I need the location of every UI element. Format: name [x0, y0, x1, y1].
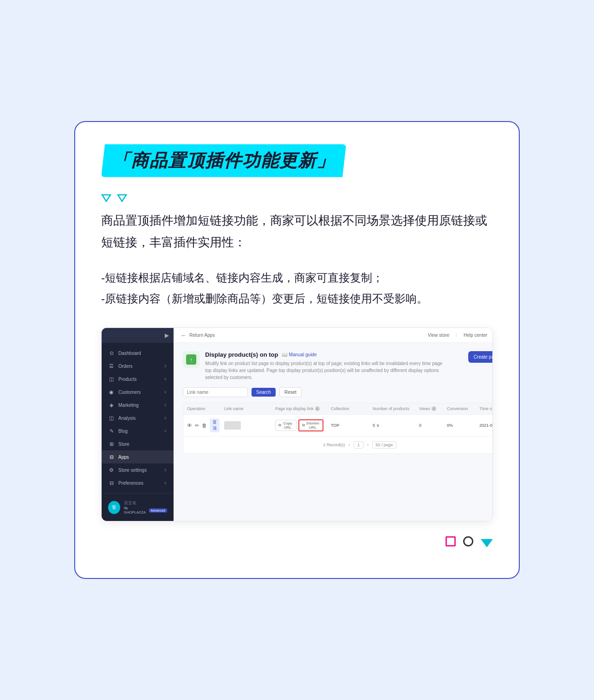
sidebar-item-store-settings[interactable]: ⚙ Store settings ∨: [102, 463, 174, 476]
th-views: Views i: [415, 403, 443, 414]
plugin-title-row: Display product(s) on top 📖 Manual guide: [205, 351, 468, 358]
info-icon-views: i: [432, 406, 436, 411]
deco-square-icon: [446, 536, 456, 546]
products-arrow: ∨: [164, 377, 167, 381]
plugin-description: Modify link on product list page to disp…: [205, 360, 446, 381]
sidebar-label-orders: Orders: [118, 364, 160, 369]
sidebar-label-store: Store: [118, 442, 167, 447]
edit-icon[interactable]: ✏: [195, 423, 199, 429]
sidebar-label-blog: Blog: [118, 429, 160, 434]
copy-url-button[interactable]: ⧉ Copy URL: [275, 420, 297, 431]
marketing-arrow: ∨: [164, 403, 167, 407]
sidebar: ▶ ⊙ Dashboard ☰ Orders ∨ ◫ Products: [102, 328, 174, 521]
search-button[interactable]: Search: [252, 388, 276, 397]
svg-marker-1: [118, 195, 126, 201]
manual-guide-link[interactable]: 📖 Manual guide: [282, 352, 316, 357]
sidebar-item-analysis[interactable]: ◫ Analysis ∨: [102, 411, 174, 424]
preferences-icon: ⊟: [108, 480, 115, 486]
topbar-left: ← Return Apps: [181, 332, 215, 339]
sidebar-item-marketing[interactable]: ◈ Marketing ∨: [102, 398, 174, 411]
bottom-decorators: [101, 521, 493, 552]
shorten-icon: ⧉: [302, 423, 305, 428]
info-icon-link: i: [315, 406, 320, 411]
plugin-icon: ↑: [183, 351, 200, 368]
search-row: Search Reset: [183, 387, 493, 397]
triangle-icon-1: [101, 194, 111, 202]
plugin-title: Display product(s) on top: [205, 351, 278, 358]
main-topbar: ← Return Apps View store | Help center 🔔…: [174, 328, 493, 343]
th-time-update: Time of update i: [476, 403, 493, 414]
action-icons: 👁 ✏ 🗑 置顶: [187, 418, 220, 432]
top-badge[interactable]: 置顶: [210, 418, 220, 432]
deco-circle-icon: [463, 536, 473, 546]
orders-icon: ☰: [108, 363, 115, 369]
deco-triangle-icon: [481, 539, 493, 547]
sidebar-brand: 客 店主名 🛍 SHOPLAZZA Advanced: [102, 493, 174, 521]
sidebar-item-preferences[interactable]: ⊟ Preferences ∨: [102, 476, 174, 489]
td-num-products[interactable]: 5 ∨: [369, 415, 415, 436]
analysis-arrow: ∨: [164, 416, 167, 420]
body-paragraph: 商品置顶插件增加短链接功能，商家可以根据不同场景选择使用原链接或短链接，丰富插件…: [101, 210, 493, 253]
detail-line-2: -原链接内容（新增或删除商品等）变更后，短链接使用不受影响。: [101, 289, 493, 309]
title-block: 「商品置顶插件功能更新」: [101, 144, 346, 177]
sidebar-label-store-settings: Store settings: [118, 468, 160, 473]
shorten-url-button[interactable]: ⧉ Shorten URL: [298, 419, 323, 431]
sidebar-collapse-icon[interactable]: ▶: [165, 332, 169, 339]
th-conversion: Conversion: [443, 403, 476, 414]
back-arrow-icon[interactable]: ←: [181, 332, 187, 339]
current-page[interactable]: 1: [354, 441, 363, 449]
sidebar-label-dashboard: Dashboard: [118, 351, 167, 356]
delete-icon[interactable]: 🗑: [202, 423, 207, 428]
pagination-next[interactable]: ›: [367, 443, 368, 447]
search-input[interactable]: [183, 387, 248, 397]
sidebar-item-customers[interactable]: ◉ Customers ∨: [102, 385, 174, 398]
sidebar-item-apps[interactable]: ⊟ Apps: [102, 450, 174, 463]
reset-button[interactable]: Reset: [279, 387, 302, 397]
url-actions: ⧉ Copy URL ⧉ Shorten URL: [275, 419, 323, 431]
shoplazza-text: 🛍 SHOPLAZZA: [124, 506, 147, 514]
blog-arrow: ∨: [164, 429, 167, 433]
td-time-update: 2021-06-16 09:30:34: [476, 415, 493, 436]
screenshot: ▶ ⊙ Dashboard ☰ Orders ∨ ◫ Products: [102, 328, 492, 521]
sidebar-header: ▶: [102, 328, 174, 343]
customers-icon: ◉: [108, 389, 115, 395]
orders-arrow: ∨: [164, 364, 167, 368]
th-page-display-link: Page top display link i: [271, 403, 327, 414]
triangle-icon-2: [117, 194, 127, 202]
topbar-divider: |: [456, 333, 457, 338]
table-row: 👁 ✏ 🗑 置顶: [183, 415, 493, 437]
help-center-label[interactable]: Help center: [464, 333, 487, 338]
records-count: 1 Record(s): [323, 443, 345, 447]
view-store-label[interactable]: View store: [428, 333, 450, 338]
sidebar-item-blog[interactable]: ✎ Blog ∨: [102, 424, 174, 437]
per-page-select[interactable]: 50 / page: [372, 441, 396, 449]
customers-arrow: ∨: [164, 390, 167, 394]
store-settings-icon: ⚙: [108, 467, 115, 473]
sidebar-item-products[interactable]: ◫ Products ∨: [102, 372, 174, 385]
pagination-prev[interactable]: ‹: [349, 443, 350, 447]
detail-text-block: -短链接根据店铺域名、链接内容生成，商家可直接复制； -原链接内容（新增或删除商…: [101, 268, 493, 309]
store-settings-arrow: ∨: [164, 468, 167, 472]
create-display-link-button[interactable]: Create page top display link: [468, 351, 493, 363]
topbar-right: View store | Help center 🔔 👤 ▼: [428, 331, 493, 340]
return-apps-label[interactable]: Return Apps: [189, 333, 215, 338]
sidebar-label-preferences: Preferences: [118, 481, 160, 486]
page-title: 「商品置顶插件功能更新」: [112, 151, 335, 170]
view-icon[interactable]: 👁: [187, 423, 192, 428]
copy-url-label: Copy URL: [282, 421, 293, 430]
brand-name: 店主名: [124, 500, 167, 506]
td-operation: 👁 ✏ 🗑 置顶: [183, 415, 220, 436]
brand-avatar: 客: [108, 501, 120, 514]
main-content-area: ← Return Apps View store | Help center 🔔…: [174, 328, 493, 521]
apps-icon: ⊟: [108, 454, 115, 460]
analysis-icon: ◫: [108, 415, 115, 421]
sidebar-item-orders[interactable]: ☰ Orders ∨: [102, 360, 174, 372]
th-operation: Operation: [183, 403, 220, 414]
sidebar-label-marketing: Marketing: [118, 403, 160, 408]
sidebar-item-dashboard[interactable]: ⊙ Dashboard: [102, 347, 174, 360]
shoplazza-label: 🛍 SHOPLAZZA Advanced: [124, 506, 167, 514]
advanced-badge: Advanced: [149, 508, 167, 513]
th-link-name: Link name: [220, 403, 271, 414]
sidebar-item-store[interactable]: ⊞ Store: [102, 437, 174, 450]
th-collection: Collection: [327, 403, 369, 414]
